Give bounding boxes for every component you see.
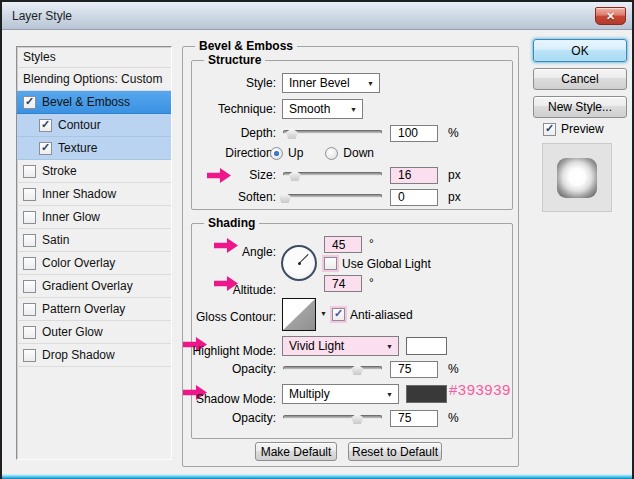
slider-track[interactable] (283, 415, 382, 419)
window-frame-edge (2, 474, 632, 479)
depth-value-field[interactable]: 100 (390, 125, 438, 142)
annotation-arrow (207, 168, 231, 183)
chevron-down-icon[interactable]: ▼ (320, 310, 327, 317)
checkbox-unchecked-icon[interactable] (23, 165, 36, 178)
shadow-opacity-slider[interactable] (283, 411, 382, 425)
direction-down-label: Down (343, 146, 374, 160)
slider-track[interactable] (283, 130, 382, 134)
shadow-color-swatch[interactable] (406, 385, 447, 403)
shadow-opacity-field[interactable]: 75 (390, 410, 438, 427)
direction-up-label: Up (288, 146, 303, 160)
dialog-title: Layer Style (12, 9, 72, 23)
opacity-unit: % (448, 411, 459, 425)
highlight-mode-label: Highlight Mode: (193, 344, 276, 358)
opacity-label: Opacity: (232, 411, 276, 425)
titlebar[interactable]: Layer Style ✕ (2, 2, 632, 30)
direction-up-radio[interactable] (270, 147, 283, 160)
shading-title: Shading (204, 216, 259, 230)
make-default-button[interactable]: Make Default (255, 442, 337, 461)
checkbox-checked-icon[interactable]: ✓ (23, 96, 36, 109)
shadow-color-annotation: #393939 (449, 381, 511, 398)
soften-unit: px (448, 190, 461, 204)
size-value-field[interactable]: 16 (390, 167, 438, 184)
chevron-down-icon: ▼ (386, 343, 393, 350)
sidebar-item-satin[interactable]: Satin (17, 229, 171, 252)
technique-dropdown[interactable]: Smooth ▼ (282, 99, 363, 119)
style-dropdown[interactable]: Inner Bevel ▼ (282, 73, 380, 93)
cancel-button[interactable]: Cancel (533, 68, 627, 90)
sidebar-item-bevel-emboss[interactable]: ✓ Bevel & Emboss (17, 91, 171, 114)
chevron-down-icon: ▼ (367, 80, 374, 87)
highlight-color-swatch[interactable] (406, 337, 447, 355)
sidebar-item-contour[interactable]: ✓ Contour (17, 114, 171, 137)
structure-title: Structure (204, 53, 265, 67)
checkbox-unchecked-icon[interactable] (23, 257, 36, 270)
depth-row: Depth: 100 % (192, 123, 512, 143)
ok-button[interactable]: OK (533, 39, 627, 62)
sidebar-item-texture[interactable]: ✓ Texture (17, 137, 171, 160)
sidebar-item-stroke[interactable]: Stroke (17, 160, 171, 183)
style-preview-thumbnail (542, 143, 612, 212)
chevron-down-icon: ▼ (386, 391, 393, 398)
soften-row: Soften: 0 px (192, 187, 512, 207)
sidebar-item-drop-shadow[interactable]: Drop Shadow (17, 344, 171, 367)
checkbox-unchecked-icon[interactable] (23, 234, 36, 247)
checkbox-unchecked-icon[interactable] (23, 211, 36, 224)
size-unit: px (448, 168, 461, 182)
angle-unit: ° (369, 237, 374, 251)
sidebar-item-inner-shadow[interactable]: Inner Shadow (17, 183, 171, 206)
anti-aliased-checkbox[interactable]: ✓ (332, 308, 345, 321)
depth-slider[interactable] (283, 126, 382, 140)
checkbox-unchecked-icon[interactable] (23, 280, 36, 293)
style-label: Style: (246, 76, 276, 90)
direction-row: Direction: Up Down (192, 143, 512, 163)
shading-group: Shading Angle: 45 ° Use Global Light Alt… (191, 223, 513, 439)
highlight-opacity-field[interactable]: 75 (390, 361, 438, 378)
opacity-label: Opacity: (232, 362, 276, 376)
opacity-unit: % (448, 362, 459, 376)
preview-toggle[interactable]: ✓ Preview (543, 122, 604, 136)
reset-to-default-button[interactable]: Reset to Default (348, 442, 442, 461)
technique-label: Technique: (218, 102, 276, 116)
sidebar-item-inner-glow[interactable]: Inner Glow (17, 206, 171, 229)
close-icon: ✕ (606, 11, 615, 22)
new-style-button[interactable]: New Style... (533, 96, 627, 118)
use-global-light-checkbox[interactable] (324, 257, 337, 270)
styles-header: Styles (17, 47, 171, 68)
soften-value-field[interactable]: 0 (390, 189, 438, 206)
gloss-contour-picker[interactable] (282, 298, 316, 331)
sidebar-item-outer-glow[interactable]: Outer Glow (17, 321, 171, 344)
checkbox-unchecked-icon[interactable] (23, 303, 36, 316)
sidebar-item-pattern-overlay[interactable]: Pattern Overlay (17, 298, 171, 321)
slider-track[interactable] (283, 194, 382, 198)
checkbox-unchecked-icon[interactable] (23, 349, 36, 362)
checkbox-checked-icon[interactable]: ✓ (39, 119, 52, 132)
angle-dial[interactable] (281, 245, 317, 281)
slider-track[interactable] (283, 366, 382, 370)
angle-value-field[interactable]: 45 (324, 236, 362, 253)
checkbox-unchecked-icon[interactable] (23, 188, 36, 201)
direction-label: Direction: (225, 146, 276, 160)
chevron-down-icon: ▼ (350, 106, 357, 113)
soften-slider[interactable] (283, 190, 382, 204)
checkbox-checked-icon[interactable]: ✓ (39, 142, 52, 155)
checkbox-unchecked-icon[interactable] (23, 326, 36, 339)
highlight-mode-dropdown[interactable]: Vivid Light ▼ (282, 336, 399, 356)
size-slider[interactable] (283, 168, 382, 182)
highlight-opacity-row: Opacity: 75 % (192, 359, 512, 379)
altitude-unit: ° (369, 276, 374, 290)
use-global-light-highlight (322, 255, 339, 272)
preview-checkbox[interactable]: ✓ (543, 123, 556, 136)
shadow-mode-dropdown[interactable]: Multiply ▼ (282, 384, 399, 404)
contour-thumbnail (283, 299, 315, 330)
sidebar-item-gradient-overlay[interactable]: Gradient Overlay (17, 275, 171, 298)
sidebar-item-color-overlay[interactable]: Color Overlay (17, 252, 171, 275)
direction-down-radio[interactable] (325, 147, 338, 160)
altitude-value-field[interactable]: 74 (324, 275, 362, 292)
close-button[interactable]: ✕ (595, 7, 626, 25)
style-row: Style: Inner Bevel ▼ (192, 73, 512, 93)
anti-aliased-highlight: ✓ (330, 306, 347, 323)
styles-header-label: Styles (23, 50, 56, 64)
highlight-opacity-slider[interactable] (283, 362, 382, 376)
sidebar-item-blending-options[interactable]: Blending Options: Custom (17, 68, 171, 91)
